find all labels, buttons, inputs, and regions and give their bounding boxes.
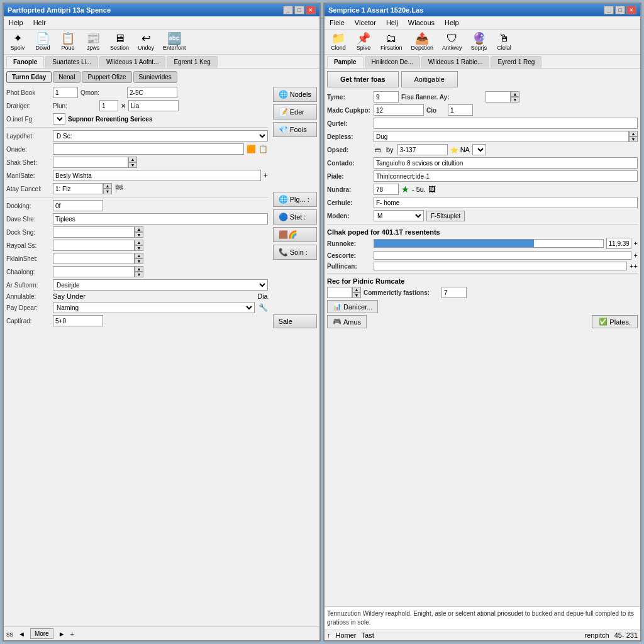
right-menu-vicetor[interactable]: Vicetor: [352, 18, 379, 28]
aoitigable-button[interactable]: Aoitigable: [401, 71, 458, 87]
right-close-button[interactable]: ✕: [626, 6, 636, 14]
captirad-input[interactable]: [53, 315, 103, 326]
opsed-input[interactable]: [397, 144, 448, 155]
right-maximize-button[interactable]: □: [615, 6, 625, 14]
pay-dpear-select[interactable]: Narning: [53, 302, 255, 313]
soin-button[interactable]: 📞 Soin :: [273, 245, 317, 260]
cio-input[interactable]: [448, 104, 473, 116]
minimize-button[interactable]: _: [283, 6, 293, 14]
dancer-button[interactable]: 📊 Danicer...: [327, 300, 378, 313]
right-tab-eyrerd[interactable]: Eyrerd 1 Reg: [491, 56, 541, 68]
dock-down[interactable]: ▼: [135, 232, 143, 238]
onade-color-icon[interactable]: 🟧: [247, 145, 256, 153]
manlsate-input[interactable]: [53, 170, 261, 181]
atay-down[interactable]: ▼: [103, 189, 112, 194]
rec-up[interactable]: ▲: [352, 287, 361, 292]
tool-undey[interactable]: ↩ Undey: [135, 31, 157, 53]
tool-spive[interactable]: 📌 Spive: [352, 31, 375, 53]
madc-input[interactable]: [374, 104, 424, 116]
inner-tab-nenal[interactable]: Nenal: [53, 71, 80, 83]
tool-clelal[interactable]: 🖱 Clelal: [493, 31, 516, 53]
pullincan-add-icon[interactable]: ++: [630, 262, 638, 270]
fise-up[interactable]: ▲: [511, 91, 519, 97]
runnoke-input[interactable]: [606, 238, 631, 249]
onade-edit-icon[interactable]: 📋: [258, 145, 268, 153]
moden-extra-btn[interactable]: F-5Itsuplet: [426, 211, 465, 221]
atay-flag-icon[interactable]: 🏁: [114, 184, 124, 193]
status-scroll-right[interactable]: ►: [58, 630, 65, 638]
piale-input[interactable]: [374, 170, 638, 182]
dave-she-input[interactable]: [53, 213, 268, 225]
shak-shet-input[interactable]: [53, 157, 128, 168]
opsed-select[interactable]: [472, 144, 486, 155]
right-tab-wiideous[interactable]: Wiideous 1 Rabie...: [421, 56, 490, 68]
maximize-button[interactable]: □: [294, 6, 304, 14]
tab-egrent[interactable]: Egrent 1 Keg: [167, 56, 217, 68]
tab-suartates[interactable]: Suartates Li...: [45, 56, 98, 68]
tool-soprjs[interactable]: 🔮 Soprjs: [468, 31, 491, 53]
sale-button[interactable]: Sale: [273, 314, 317, 328]
right-status-homer[interactable]: Homer: [336, 631, 357, 639]
fise-down[interactable]: ▼: [511, 97, 519, 103]
color-button[interactable]: 🟫🌈: [273, 227, 317, 242]
tool-antiwey[interactable]: 🛡 Antiwey: [439, 31, 465, 53]
rayoal-up[interactable]: ▲: [135, 240, 143, 245]
oinet-fg-select[interactable]: [53, 113, 65, 125]
onade-input[interactable]: [53, 143, 244, 155]
nundra-image-icon[interactable]: 🖼: [428, 185, 436, 194]
rec-input[interactable]: [327, 287, 352, 298]
status-add[interactable]: +: [70, 630, 74, 638]
menu-help[interactable]: Help: [6, 18, 26, 28]
right-minimize-button[interactable]: _: [604, 6, 614, 14]
depless-input[interactable]: [374, 131, 629, 142]
chaalong-down[interactable]: ▼: [135, 272, 143, 277]
right-menu-wiacous[interactable]: Wiacous: [406, 18, 437, 28]
tool-poue[interactable]: 📋 Poue: [57, 31, 79, 53]
plg-button[interactable]: 🌐 Plg... :: [273, 192, 317, 207]
tyme-input[interactable]: [374, 91, 399, 103]
phot-book-input[interactable]: [53, 87, 78, 98]
foois-button[interactable]: 💎 Foois: [273, 122, 317, 137]
runnoke-add-icon[interactable]: +: [634, 240, 638, 247]
right-tab-hniirdcon[interactable]: Hniirdcon De...: [365, 56, 420, 68]
tool-depction[interactable]: 📤 Depction: [408, 31, 437, 53]
rayoal-down[interactable]: ▼: [135, 245, 143, 251]
inner-tab-turnn[interactable]: Turnn Eday: [6, 71, 52, 83]
atay-input[interactable]: [53, 183, 103, 194]
cescorte-add-icon[interactable]: +: [634, 252, 638, 259]
moden-select[interactable]: M: [374, 210, 424, 221]
qmon-input[interactable]: [127, 87, 177, 98]
get-fnter-foas-button[interactable]: Get fnter foas: [327, 71, 399, 87]
lia-input[interactable]: [128, 100, 179, 111]
amus-button[interactable]: 🎮 Amus: [327, 315, 367, 328]
chaalong-input[interactable]: [53, 266, 135, 277]
dooking-input[interactable]: [53, 200, 103, 211]
chaalong-up[interactable]: ▲: [135, 266, 143, 272]
shak-shet-down[interactable]: ▼: [128, 162, 137, 168]
rayoal-input[interactable]: [53, 240, 135, 251]
stet-button[interactable]: 🔵 Stet :: [273, 209, 317, 225]
dock-up[interactable]: ▲: [135, 226, 143, 232]
status-scroll-left[interactable]: ◄: [18, 630, 25, 638]
tool-clond[interactable]: 📁 Clond: [327, 31, 350, 53]
tool-jpws[interactable]: 📰 Jpws: [82, 31, 104, 53]
tool-sestion[interactable]: 🖥 Sestion: [107, 31, 132, 53]
contado-input[interactable]: [374, 157, 638, 169]
qurtel-input[interactable]: [374, 118, 638, 129]
eder-button[interactable]: 📝 Eder: [273, 104, 317, 119]
right-tab-pample[interactable]: Pample: [327, 56, 364, 68]
nundra-input[interactable]: [374, 184, 399, 195]
depless-up[interactable]: ▲: [629, 131, 638, 136]
tab-fanople[interactable]: Fanople: [6, 56, 44, 68]
nodels-button[interactable]: 🌐 Nodels: [273, 87, 317, 102]
manlsate-add-icon[interactable]: +: [264, 171, 268, 180]
shak-shet-up[interactable]: ▲: [128, 157, 137, 162]
close-button[interactable]: ✕: [306, 6, 316, 14]
opsed-db-icon[interactable]: 🗃: [375, 147, 381, 153]
menu-helr[interactable]: Helr: [31, 18, 48, 28]
fklalnshet-down[interactable]: ▼: [135, 258, 143, 264]
atay-up[interactable]: ▲: [103, 183, 112, 189]
right-menu-help[interactable]: Help: [442, 18, 462, 28]
fise-input[interactable]: [486, 91, 511, 103]
pay-dpear-icon[interactable]: 🔧: [258, 303, 268, 312]
